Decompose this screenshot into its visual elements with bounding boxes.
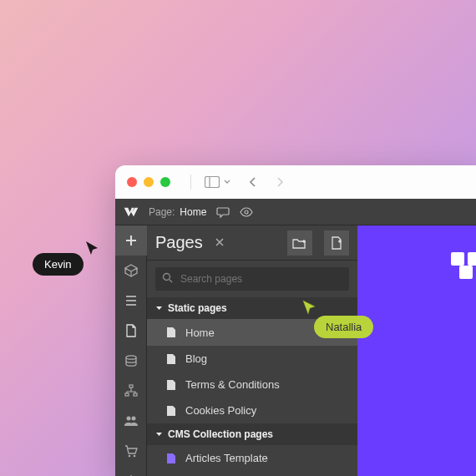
page-icon [125, 324, 137, 337]
page-label: Terms & Conditions [185, 378, 280, 391]
titlebar [115, 165, 476, 199]
search-row [147, 261, 357, 297]
collaborator-kevin: Kevin [33, 253, 84, 276]
collaborator-badge: Natallia [314, 316, 373, 338]
navigator-icon [124, 294, 138, 307]
svg-rect-4 [129, 385, 133, 387]
page-label-prefix: Page: [149, 206, 175, 218]
database-icon [124, 354, 138, 367]
svg-point-10 [133, 455, 135, 458]
caret-down-icon [155, 431, 163, 438]
page-label: Home [185, 327, 215, 339]
cube-icon [124, 263, 139, 278]
page-item-blog[interactable]: Blog [147, 346, 357, 372]
svg-point-3 [126, 356, 136, 359]
webflow-logo[interactable] [124, 205, 139, 220]
design-canvas[interactable] [357, 225, 476, 476]
page-icon [165, 353, 177, 365]
page-item-articles-template[interactable]: Articles Template [147, 445, 357, 471]
page-item-categories-template[interactable]: Categories Template [147, 471, 357, 476]
tool-rail [115, 225, 147, 476]
page-item-terms[interactable]: Terms & Conditions [147, 372, 357, 398]
rail-symbols[interactable] [115, 256, 147, 286]
svg-point-9 [128, 455, 130, 458]
rail-pages[interactable] [115, 316, 147, 346]
maximize-window-button[interactable] [160, 177, 170, 187]
rail-cms[interactable] [115, 346, 147, 376]
page-item-cookies[interactable]: Cookies Policy [147, 398, 357, 423]
page-icon [165, 327, 177, 338]
chevron-down-icon [223, 178, 231, 186]
canvas-decoration [451, 252, 476, 286]
rail-navigator[interactable] [115, 286, 147, 316]
section-label: Static pages [168, 302, 227, 314]
folder-plus-icon [292, 236, 307, 250]
new-page-button[interactable] [324, 230, 349, 256]
traffic-lights [127, 177, 170, 187]
nav-forward-button[interactable] [270, 175, 290, 190]
preview-button[interactable] [240, 205, 253, 219]
close-window-button[interactable] [127, 177, 137, 187]
sitemap-icon [124, 384, 138, 398]
app-topbar: Page: Home [115, 199, 476, 225]
plus-icon [124, 234, 138, 247]
panel-header: Pages [147, 225, 357, 261]
svg-point-7 [126, 417, 130, 421]
app-content: Page: Home [115, 199, 476, 476]
cms-page-list: Articles Template Categories Template [147, 445, 357, 476]
page-icon [165, 405, 177, 417]
cart-icon [124, 444, 138, 458]
section-cms[interactable]: CMS Collection pages [147, 423, 357, 445]
collaborator-natallia: Natallia [314, 316, 373, 338]
page-label: Articles Template [185, 452, 268, 464]
page-label: Cookies Policy [185, 404, 256, 417]
sidebar-toggle-button[interactable] [200, 175, 236, 190]
rail-assets[interactable] [115, 436, 147, 466]
panel-close-button[interactable] [211, 234, 228, 252]
svg-rect-5 [125, 393, 129, 396]
minimize-window-button[interactable] [144, 177, 154, 187]
caret-down-icon [155, 305, 163, 312]
chevron-left-icon [248, 176, 258, 188]
page-icon [165, 379, 177, 391]
current-page-name[interactable]: Home [180, 206, 206, 218]
page-icon [165, 453, 177, 464]
cursor-icon [84, 240, 101, 256]
main-content: Pages [115, 225, 476, 476]
rail-ecommerce[interactable] [115, 376, 147, 406]
comments-button[interactable] [216, 205, 230, 219]
svg-point-2 [245, 210, 248, 214]
page-label: Blog [185, 352, 207, 365]
svg-point-8 [131, 417, 135, 421]
svg-rect-0 [205, 177, 220, 188]
section-label: CMS Collection pages [168, 428, 273, 440]
page-plus-icon [330, 236, 343, 250]
svg-rect-6 [134, 393, 137, 396]
rail-add-element[interactable] [115, 225, 147, 256]
app-window: Page: Home [115, 165, 476, 476]
new-folder-button[interactable] [287, 230, 312, 256]
rail-settings[interactable] [115, 466, 147, 476]
svg-point-12 [164, 274, 170, 281]
panel-title: Pages [155, 233, 203, 252]
cursor-icon [301, 299, 317, 316]
chevron-right-icon [275, 176, 285, 188]
users-icon [124, 414, 139, 428]
pages-panel: Pages [147, 225, 357, 476]
search-input[interactable] [155, 267, 349, 291]
search-icon [162, 271, 173, 286]
close-icon [215, 237, 225, 247]
collaborator-badge: Kevin [33, 253, 84, 276]
nav-back-button[interactable] [243, 175, 263, 190]
rail-users[interactable] [115, 406, 147, 436]
